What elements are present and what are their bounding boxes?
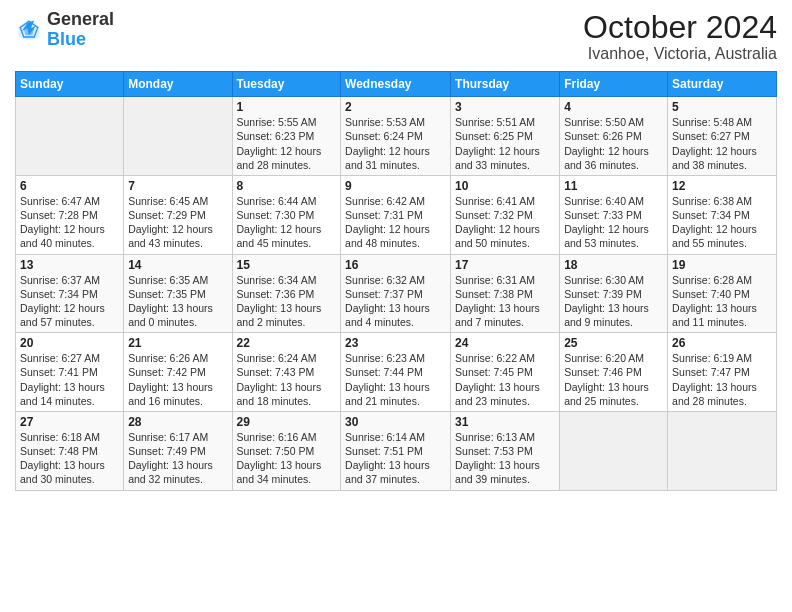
day-detail: Sunrise: 6:20 AM Sunset: 7:46 PM Dayligh…	[564, 351, 663, 408]
day-detail: Sunrise: 5:48 AM Sunset: 6:27 PM Dayligh…	[672, 115, 772, 172]
day-number: 8	[237, 179, 337, 193]
header-tuesday: Tuesday	[232, 72, 341, 97]
calendar-week-row: 20Sunrise: 6:27 AM Sunset: 7:41 PM Dayli…	[16, 333, 777, 412]
calendar-week-row: 13Sunrise: 6:37 AM Sunset: 7:34 PM Dayli…	[16, 254, 777, 333]
day-number: 21	[128, 336, 227, 350]
calendar-subtitle: Ivanhoe, Victoria, Australia	[583, 45, 777, 63]
day-detail: Sunrise: 6:37 AM Sunset: 7:34 PM Dayligh…	[20, 273, 119, 330]
day-detail: Sunrise: 6:28 AM Sunset: 7:40 PM Dayligh…	[672, 273, 772, 330]
calendar-day-cell: 27Sunrise: 6:18 AM Sunset: 7:48 PM Dayli…	[16, 411, 124, 490]
day-detail: Sunrise: 6:17 AM Sunset: 7:49 PM Dayligh…	[128, 430, 227, 487]
calendar-day-cell: 29Sunrise: 6:16 AM Sunset: 7:50 PM Dayli…	[232, 411, 341, 490]
day-number: 28	[128, 415, 227, 429]
day-detail: Sunrise: 6:24 AM Sunset: 7:43 PM Dayligh…	[237, 351, 337, 408]
calendar-day-cell: 5Sunrise: 5:48 AM Sunset: 6:27 PM Daylig…	[668, 97, 777, 176]
calendar-day-cell: 6Sunrise: 6:47 AM Sunset: 7:28 PM Daylig…	[16, 175, 124, 254]
calendar-day-cell: 12Sunrise: 6:38 AM Sunset: 7:34 PM Dayli…	[668, 175, 777, 254]
day-number: 27	[20, 415, 119, 429]
calendar-day-cell: 15Sunrise: 6:34 AM Sunset: 7:36 PM Dayli…	[232, 254, 341, 333]
day-detail: Sunrise: 6:14 AM Sunset: 7:51 PM Dayligh…	[345, 430, 446, 487]
calendar-day-cell: 17Sunrise: 6:31 AM Sunset: 7:38 PM Dayli…	[451, 254, 560, 333]
logo-icon	[15, 16, 43, 44]
day-number: 25	[564, 336, 663, 350]
day-number: 9	[345, 179, 446, 193]
calendar-day-cell: 25Sunrise: 6:20 AM Sunset: 7:46 PM Dayli…	[560, 333, 668, 412]
day-number: 24	[455, 336, 555, 350]
calendar-day-cell: 11Sunrise: 6:40 AM Sunset: 7:33 PM Dayli…	[560, 175, 668, 254]
header-saturday: Saturday	[668, 72, 777, 97]
calendar-title: October 2024	[583, 10, 777, 45]
day-number: 1	[237, 100, 337, 114]
calendar-week-row: 1Sunrise: 5:55 AM Sunset: 6:23 PM Daylig…	[16, 97, 777, 176]
day-detail: Sunrise: 6:27 AM Sunset: 7:41 PM Dayligh…	[20, 351, 119, 408]
day-detail: Sunrise: 5:53 AM Sunset: 6:24 PM Dayligh…	[345, 115, 446, 172]
day-number: 13	[20, 258, 119, 272]
day-number: 5	[672, 100, 772, 114]
day-detail: Sunrise: 6:34 AM Sunset: 7:36 PM Dayligh…	[237, 273, 337, 330]
calendar-day-cell: 10Sunrise: 6:41 AM Sunset: 7:32 PM Dayli…	[451, 175, 560, 254]
calendar-day-cell: 23Sunrise: 6:23 AM Sunset: 7:44 PM Dayli…	[341, 333, 451, 412]
day-detail: Sunrise: 6:30 AM Sunset: 7:39 PM Dayligh…	[564, 273, 663, 330]
day-number: 30	[345, 415, 446, 429]
day-number: 2	[345, 100, 446, 114]
day-number: 22	[237, 336, 337, 350]
calendar-day-cell: 9Sunrise: 6:42 AM Sunset: 7:31 PM Daylig…	[341, 175, 451, 254]
day-number: 10	[455, 179, 555, 193]
day-number: 14	[128, 258, 227, 272]
calendar-day-cell	[560, 411, 668, 490]
day-detail: Sunrise: 6:45 AM Sunset: 7:29 PM Dayligh…	[128, 194, 227, 251]
calendar-table: Sunday Monday Tuesday Wednesday Thursday…	[15, 71, 777, 490]
calendar-day-cell: 8Sunrise: 6:44 AM Sunset: 7:30 PM Daylig…	[232, 175, 341, 254]
day-number: 11	[564, 179, 663, 193]
day-detail: Sunrise: 6:13 AM Sunset: 7:53 PM Dayligh…	[455, 430, 555, 487]
logo: General Blue	[15, 10, 114, 50]
calendar-day-cell: 4Sunrise: 5:50 AM Sunset: 6:26 PM Daylig…	[560, 97, 668, 176]
header-wednesday: Wednesday	[341, 72, 451, 97]
day-number: 20	[20, 336, 119, 350]
day-detail: Sunrise: 5:55 AM Sunset: 6:23 PM Dayligh…	[237, 115, 337, 172]
day-number: 17	[455, 258, 555, 272]
calendar-day-cell: 20Sunrise: 6:27 AM Sunset: 7:41 PM Dayli…	[16, 333, 124, 412]
calendar-day-cell: 22Sunrise: 6:24 AM Sunset: 7:43 PM Dayli…	[232, 333, 341, 412]
calendar-day-cell: 7Sunrise: 6:45 AM Sunset: 7:29 PM Daylig…	[124, 175, 232, 254]
calendar-day-cell: 16Sunrise: 6:32 AM Sunset: 7:37 PM Dayli…	[341, 254, 451, 333]
day-detail: Sunrise: 6:44 AM Sunset: 7:30 PM Dayligh…	[237, 194, 337, 251]
header-friday: Friday	[560, 72, 668, 97]
header-thursday: Thursday	[451, 72, 560, 97]
day-detail: Sunrise: 5:51 AM Sunset: 6:25 PM Dayligh…	[455, 115, 555, 172]
day-number: 12	[672, 179, 772, 193]
calendar-day-cell: 24Sunrise: 6:22 AM Sunset: 7:45 PM Dayli…	[451, 333, 560, 412]
day-detail: Sunrise: 6:18 AM Sunset: 7:48 PM Dayligh…	[20, 430, 119, 487]
day-number: 23	[345, 336, 446, 350]
logo-blue-text: Blue	[47, 30, 114, 50]
day-detail: Sunrise: 6:35 AM Sunset: 7:35 PM Dayligh…	[128, 273, 227, 330]
day-number: 7	[128, 179, 227, 193]
day-detail: Sunrise: 6:19 AM Sunset: 7:47 PM Dayligh…	[672, 351, 772, 408]
calendar-day-cell	[16, 97, 124, 176]
calendar-week-row: 6Sunrise: 6:47 AM Sunset: 7:28 PM Daylig…	[16, 175, 777, 254]
calendar-day-cell: 31Sunrise: 6:13 AM Sunset: 7:53 PM Dayli…	[451, 411, 560, 490]
day-number: 19	[672, 258, 772, 272]
calendar-day-cell: 14Sunrise: 6:35 AM Sunset: 7:35 PM Dayli…	[124, 254, 232, 333]
header-sunday: Sunday	[16, 72, 124, 97]
day-number: 29	[237, 415, 337, 429]
day-detail: Sunrise: 6:23 AM Sunset: 7:44 PM Dayligh…	[345, 351, 446, 408]
day-detail: Sunrise: 6:41 AM Sunset: 7:32 PM Dayligh…	[455, 194, 555, 251]
calendar-page: General Blue October 2024 Ivanhoe, Victo…	[0, 0, 792, 612]
day-number: 4	[564, 100, 663, 114]
calendar-day-cell: 28Sunrise: 6:17 AM Sunset: 7:49 PM Dayli…	[124, 411, 232, 490]
day-detail: Sunrise: 6:47 AM Sunset: 7:28 PM Dayligh…	[20, 194, 119, 251]
day-number: 15	[237, 258, 337, 272]
day-detail: Sunrise: 6:22 AM Sunset: 7:45 PM Dayligh…	[455, 351, 555, 408]
calendar-day-cell	[668, 411, 777, 490]
day-number: 16	[345, 258, 446, 272]
day-detail: Sunrise: 6:32 AM Sunset: 7:37 PM Dayligh…	[345, 273, 446, 330]
calendar-day-cell: 3Sunrise: 5:51 AM Sunset: 6:25 PM Daylig…	[451, 97, 560, 176]
calendar-day-cell: 19Sunrise: 6:28 AM Sunset: 7:40 PM Dayli…	[668, 254, 777, 333]
day-number: 26	[672, 336, 772, 350]
header-monday: Monday	[124, 72, 232, 97]
calendar-day-cell: 1Sunrise: 5:55 AM Sunset: 6:23 PM Daylig…	[232, 97, 341, 176]
day-number: 6	[20, 179, 119, 193]
day-detail: Sunrise: 5:50 AM Sunset: 6:26 PM Dayligh…	[564, 115, 663, 172]
calendar-header: Sunday Monday Tuesday Wednesday Thursday…	[16, 72, 777, 97]
